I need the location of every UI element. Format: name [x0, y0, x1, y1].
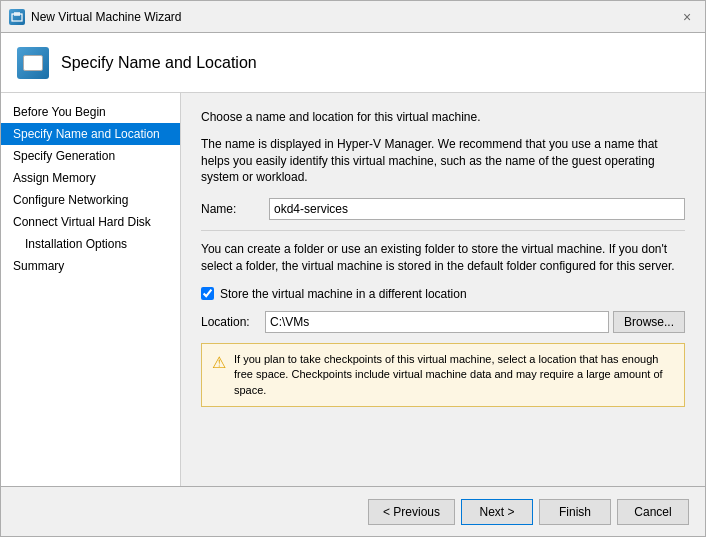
header-icon — [17, 47, 49, 79]
sidebar-item-configure-networking[interactable]: Configure Networking — [1, 189, 180, 211]
checkbox-row: Store the virtual machine in a different… — [201, 287, 685, 301]
sidebar-item-assign-memory[interactable]: Assign Memory — [1, 167, 180, 189]
name-row: Name: — [201, 198, 685, 220]
page-title: Specify Name and Location — [61, 54, 257, 72]
title-bar: New Virtual Machine Wizard × — [1, 1, 705, 33]
header-section: Specify Name and Location — [1, 33, 705, 93]
sidebar-item-before-you-begin[interactable]: Before You Begin — [1, 101, 180, 123]
sidebar-item-specify-name-location[interactable]: Specify Name and Location — [1, 123, 180, 145]
location-label: Location: — [201, 315, 261, 329]
location-row: Location: Browse... — [201, 311, 685, 333]
sidebar-item-installation-options[interactable]: Installation Options — [1, 233, 180, 255]
location-input[interactable] — [265, 311, 609, 333]
vm-icon — [23, 55, 43, 71]
intro-text: Choose a name and location for this virt… — [201, 109, 685, 126]
window-icon — [9, 9, 25, 25]
next-button[interactable]: Next > — [461, 499, 533, 525]
sidebar: Before You BeginSpecify Name and Locatio… — [1, 93, 181, 486]
previous-button[interactable]: < Previous — [368, 499, 455, 525]
store-location-checkbox[interactable] — [201, 287, 214, 300]
browse-button[interactable]: Browse... — [613, 311, 685, 333]
content-area: Before You BeginSpecify Name and Locatio… — [1, 93, 705, 486]
separator — [201, 230, 685, 231]
description-text: The name is displayed in Hyper-V Manager… — [201, 136, 685, 186]
name-input[interactable] — [269, 198, 685, 220]
close-button[interactable]: × — [677, 7, 697, 27]
sidebar-item-summary[interactable]: Summary — [1, 255, 180, 277]
main-content: Choose a name and location for this virt… — [181, 93, 705, 486]
warning-icon: ⚠ — [212, 353, 226, 372]
svg-rect-1 — [14, 12, 20, 16]
finish-button[interactable]: Finish — [539, 499, 611, 525]
window-title: New Virtual Machine Wizard — [31, 10, 182, 24]
wizard-window: New Virtual Machine Wizard × Specify Nam… — [0, 0, 706, 537]
sidebar-item-connect-virtual-hard-disk[interactable]: Connect Virtual Hard Disk — [1, 211, 180, 233]
sidebar-item-specify-generation[interactable]: Specify Generation — [1, 145, 180, 167]
footer: < Previous Next > Finish Cancel — [1, 486, 705, 536]
name-label: Name: — [201, 202, 261, 216]
title-bar-left: New Virtual Machine Wizard — [9, 9, 182, 25]
warning-box: ⚠ If you plan to take checkpoints of thi… — [201, 343, 685, 407]
warning-text: If you plan to take checkpoints of this … — [234, 352, 674, 398]
checkbox-label[interactable]: Store the virtual machine in a different… — [220, 287, 467, 301]
cancel-button[interactable]: Cancel — [617, 499, 689, 525]
folder-description: You can create a folder or use an existi… — [201, 241, 685, 275]
